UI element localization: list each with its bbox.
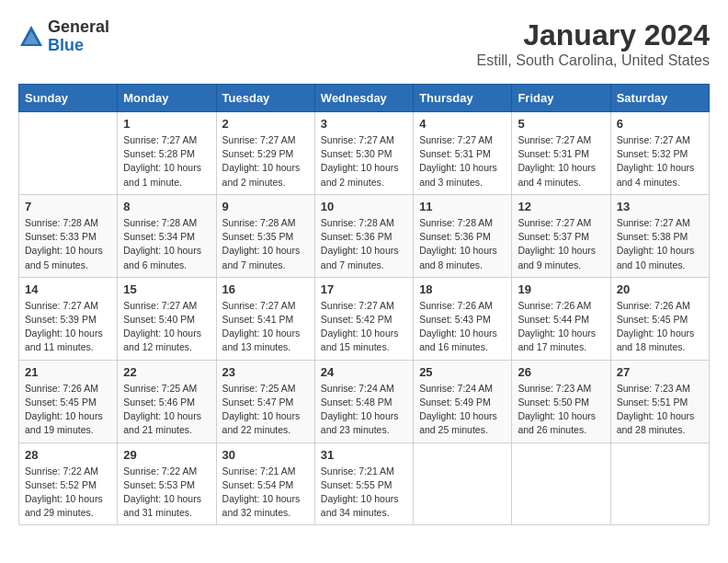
weekday-header-saturday: Saturday <box>610 85 709 112</box>
day-info: Sunrise: 7:27 AM Sunset: 5:31 PM Dayligh… <box>419 133 506 190</box>
weekday-header-tuesday: Tuesday <box>216 85 314 112</box>
day-info: Sunrise: 7:27 AM Sunset: 5:31 PM Dayligh… <box>518 133 604 190</box>
day-info: Sunrise: 7:26 AM Sunset: 5:45 PM Dayligh… <box>25 382 111 438</box>
day-info: Sunrise: 7:27 AM Sunset: 5:32 PM Dayligh… <box>617 133 703 190</box>
calendar-cell: 10Sunrise: 7:28 AM Sunset: 5:36 PM Dayli… <box>314 194 413 277</box>
calendar-cell: 20Sunrise: 7:26 AM Sunset: 5:45 PM Dayli… <box>610 277 709 360</box>
day-number: 31 <box>321 448 407 462</box>
day-info: Sunrise: 7:21 AM Sunset: 5:54 PM Dayligh… <box>222 465 309 521</box>
calendar-cell <box>19 112 118 195</box>
calendar-cell: 14Sunrise: 7:27 AM Sunset: 5:39 PM Dayli… <box>19 277 118 360</box>
calendar-cell: 19Sunrise: 7:26 AM Sunset: 5:44 PM Dayli… <box>512 277 610 360</box>
day-info: Sunrise: 7:27 AM Sunset: 5:28 PM Dayligh… <box>123 133 210 190</box>
day-info: Sunrise: 7:27 AM Sunset: 5:29 PM Dayligh… <box>222 133 309 190</box>
calendar-week-row: 14Sunrise: 7:27 AM Sunset: 5:39 PM Dayli… <box>19 277 710 360</box>
day-number: 16 <box>222 282 309 296</box>
day-info: Sunrise: 7:24 AM Sunset: 5:48 PM Dayligh… <box>321 382 407 438</box>
day-number: 24 <box>321 365 407 379</box>
calendar-cell <box>414 442 512 525</box>
day-number: 30 <box>222 448 309 462</box>
day-number: 23 <box>222 365 309 379</box>
day-number: 20 <box>617 282 703 296</box>
day-info: Sunrise: 7:25 AM Sunset: 5:46 PM Dayligh… <box>123 382 210 438</box>
day-number: 25 <box>419 365 506 379</box>
day-number: 7 <box>25 200 111 213</box>
day-info: Sunrise: 7:27 AM Sunset: 5:42 PM Dayligh… <box>321 299 407 355</box>
weekday-header-monday: Monday <box>118 85 216 112</box>
calendar-cell: 21Sunrise: 7:26 AM Sunset: 5:45 PM Dayli… <box>19 360 118 442</box>
day-info: Sunrise: 7:28 AM Sunset: 5:36 PM Dayligh… <box>321 216 407 272</box>
day-number: 27 <box>617 365 703 379</box>
calendar-cell: 8Sunrise: 7:28 AM Sunset: 5:34 PM Daylig… <box>118 194 216 277</box>
calendar-cell: 23Sunrise: 7:25 AM Sunset: 5:47 PM Dayli… <box>216 360 314 442</box>
day-info: Sunrise: 7:27 AM Sunset: 5:30 PM Dayligh… <box>321 133 407 190</box>
calendar-cell: 28Sunrise: 7:22 AM Sunset: 5:52 PM Dayli… <box>19 442 118 525</box>
day-number: 21 <box>25 365 111 379</box>
calendar-cell: 9Sunrise: 7:28 AM Sunset: 5:35 PM Daylig… <box>216 194 314 277</box>
day-info: Sunrise: 7:26 AM Sunset: 5:43 PM Dayligh… <box>419 299 506 355</box>
calendar-cell: 24Sunrise: 7:24 AM Sunset: 5:48 PM Dayli… <box>314 360 413 442</box>
day-info: Sunrise: 7:25 AM Sunset: 5:47 PM Dayligh… <box>222 382 309 438</box>
calendar-cell: 15Sunrise: 7:27 AM Sunset: 5:40 PM Dayli… <box>118 277 216 360</box>
day-info: Sunrise: 7:28 AM Sunset: 5:33 PM Dayligh… <box>25 216 111 272</box>
day-number: 19 <box>518 282 604 296</box>
day-info: Sunrise: 7:28 AM Sunset: 5:35 PM Dayligh… <box>222 216 309 272</box>
day-number: 10 <box>321 200 407 213</box>
calendar-cell: 26Sunrise: 7:23 AM Sunset: 5:50 PM Dayli… <box>512 360 610 442</box>
weekday-header-thursday: Thursday <box>414 85 512 112</box>
calendar-subtitle: Estill, South Carolina, United States <box>477 52 710 69</box>
calendar-cell: 5Sunrise: 7:27 AM Sunset: 5:31 PM Daylig… <box>512 112 610 195</box>
day-info: Sunrise: 7:23 AM Sunset: 5:51 PM Dayligh… <box>617 382 703 438</box>
logo-general-text: General <box>48 18 109 37</box>
day-number: 9 <box>222 200 309 213</box>
day-info: Sunrise: 7:22 AM Sunset: 5:52 PM Dayligh… <box>25 465 111 521</box>
day-info: Sunrise: 7:22 AM Sunset: 5:53 PM Dayligh… <box>123 465 210 521</box>
day-number: 28 <box>25 448 111 462</box>
calendar-cell: 18Sunrise: 7:26 AM Sunset: 5:43 PM Dayli… <box>414 277 512 360</box>
calendar-cell: 16Sunrise: 7:27 AM Sunset: 5:41 PM Dayli… <box>216 277 314 360</box>
day-number: 11 <box>419 200 506 213</box>
calendar-week-row: 28Sunrise: 7:22 AM Sunset: 5:52 PM Dayli… <box>19 442 710 525</box>
calendar-cell <box>512 442 610 525</box>
day-number: 12 <box>518 200 604 213</box>
day-info: Sunrise: 7:27 AM Sunset: 5:40 PM Dayligh… <box>123 299 210 355</box>
calendar-cell: 6Sunrise: 7:27 AM Sunset: 5:32 PM Daylig… <box>610 112 709 195</box>
day-number: 29 <box>123 448 210 462</box>
day-info: Sunrise: 7:27 AM Sunset: 5:37 PM Dayligh… <box>518 216 604 272</box>
logo: General Blue <box>18 18 109 55</box>
title-block: January 2024 Estill, South Carolina, Uni… <box>477 18 710 69</box>
calendar-table: SundayMondayTuesdayWednesdayThursdayFrid… <box>18 84 710 525</box>
calendar-cell: 11Sunrise: 7:28 AM Sunset: 5:36 PM Dayli… <box>414 194 512 277</box>
day-info: Sunrise: 7:28 AM Sunset: 5:36 PM Dayligh… <box>419 216 506 272</box>
day-info: Sunrise: 7:26 AM Sunset: 5:44 PM Dayligh… <box>518 299 604 355</box>
calendar-cell: 13Sunrise: 7:27 AM Sunset: 5:38 PM Dayli… <box>610 194 709 277</box>
day-number: 3 <box>321 117 407 131</box>
day-number: 26 <box>518 365 604 379</box>
day-number: 2 <box>222 117 309 131</box>
logo-blue-text: Blue <box>48 37 109 55</box>
calendar-cell: 29Sunrise: 7:22 AM Sunset: 5:53 PM Dayli… <box>118 442 216 525</box>
day-info: Sunrise: 7:24 AM Sunset: 5:49 PM Dayligh… <box>419 382 506 438</box>
day-number: 6 <box>617 117 703 131</box>
day-info: Sunrise: 7:26 AM Sunset: 5:45 PM Dayligh… <box>617 299 703 355</box>
day-number: 8 <box>123 200 210 213</box>
weekday-header-wednesday: Wednesday <box>314 85 413 112</box>
day-number: 15 <box>123 282 210 296</box>
day-number: 22 <box>123 365 210 379</box>
day-number: 17 <box>321 282 407 296</box>
calendar-cell: 17Sunrise: 7:27 AM Sunset: 5:42 PM Dayli… <box>314 277 413 360</box>
calendar-week-row: 21Sunrise: 7:26 AM Sunset: 5:45 PM Dayli… <box>19 360 710 442</box>
day-number: 5 <box>518 117 604 131</box>
day-number: 14 <box>25 282 111 296</box>
calendar-title: January 2024 <box>477 18 710 52</box>
calendar-cell: 7Sunrise: 7:28 AM Sunset: 5:33 PM Daylig… <box>19 194 118 277</box>
weekday-header-row: SundayMondayTuesdayWednesdayThursdayFrid… <box>19 85 710 112</box>
calendar-cell: 3Sunrise: 7:27 AM Sunset: 5:30 PM Daylig… <box>314 112 413 195</box>
calendar-cell: 25Sunrise: 7:24 AM Sunset: 5:49 PM Dayli… <box>414 360 512 442</box>
calendar-cell: 12Sunrise: 7:27 AM Sunset: 5:37 PM Dayli… <box>512 194 610 277</box>
weekday-header-friday: Friday <box>512 85 610 112</box>
calendar-week-row: 1Sunrise: 7:27 AM Sunset: 5:28 PM Daylig… <box>19 112 710 195</box>
calendar-cell: 31Sunrise: 7:21 AM Sunset: 5:55 PM Dayli… <box>314 442 413 525</box>
calendar-cell: 4Sunrise: 7:27 AM Sunset: 5:31 PM Daylig… <box>414 112 512 195</box>
page-header: General Blue January 2024 Estill, South … <box>18 18 710 69</box>
